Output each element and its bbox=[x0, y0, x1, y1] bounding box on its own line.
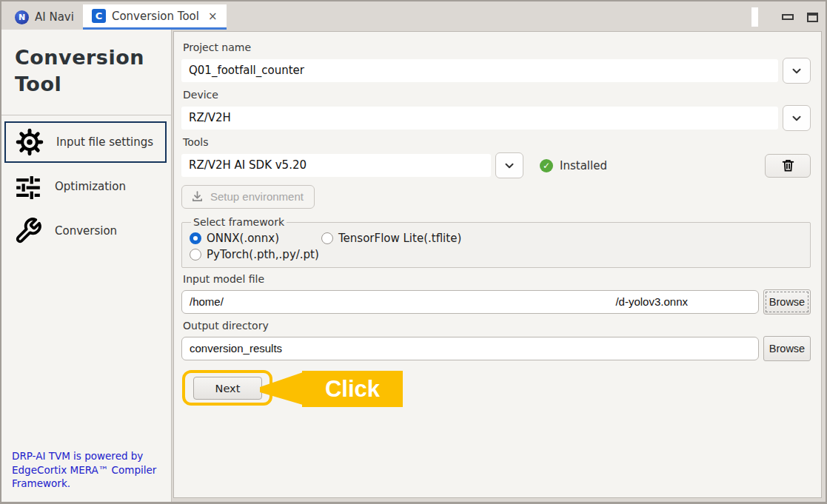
radio-button-icon[interactable] bbox=[190, 249, 201, 261]
radio-onnx[interactable]: ONNX(.onnx) bbox=[190, 232, 321, 245]
project-name-label: Project name bbox=[183, 41, 811, 53]
maximize-icon[interactable] bbox=[807, 13, 818, 22]
radio-tensorflow-lite[interactable]: TensorFlow Lite(.tflite) bbox=[321, 232, 461, 245]
callout-pointer bbox=[260, 372, 303, 406]
device-label: Device bbox=[183, 89, 811, 101]
next-zone: Next Click bbox=[181, 367, 811, 409]
conversion-tool-icon: C bbox=[92, 9, 106, 23]
tab-ai-navi-label: AI Navi bbox=[35, 10, 74, 24]
drp-ai-footer-note: DRP-AI TVM is powered by EdgeCortix MERA… bbox=[1, 442, 171, 502]
sidebar: Conversion Tool Input fil bbox=[1, 30, 172, 502]
setup-environment-button[interactable]: Setup environment bbox=[181, 185, 315, 209]
chevron-down-icon bbox=[790, 64, 803, 78]
radio-button-icon[interactable] bbox=[321, 232, 333, 244]
sidebar-item-conversion[interactable]: Conversion bbox=[4, 210, 167, 252]
tab-ai-navi[interactable]: N AI Navi bbox=[6, 4, 83, 30]
chevron-down-icon bbox=[790, 112, 803, 125]
setup-environment-label: Setup environment bbox=[210, 190, 304, 203]
tab-conversion-tool[interactable]: C Conversion Tool × bbox=[83, 4, 227, 30]
app-window: N AI Navi C Conversion Tool × Conversion… bbox=[0, 0, 827, 504]
check-circle-icon: ✓ bbox=[540, 159, 553, 172]
main-panel: Project name Q01_footfall_counter Device… bbox=[173, 31, 822, 498]
input-model-file-label: Input model file bbox=[183, 273, 811, 285]
chevron-down-icon bbox=[503, 159, 516, 172]
close-icon[interactable]: × bbox=[208, 10, 218, 23]
click-annotation: Click bbox=[302, 371, 403, 407]
radio-button-icon[interactable] bbox=[190, 232, 201, 244]
input-model-file-field[interactable]: /home/ /d-yolov3.onnx bbox=[181, 290, 759, 314]
device-field[interactable]: RZ/V2H bbox=[181, 107, 778, 130]
project-name-field[interactable]: Q01_footfall_counter bbox=[181, 59, 778, 82]
browse-model-button[interactable]: Browse bbox=[763, 289, 811, 315]
device-dropdown-button[interactable] bbox=[783, 105, 811, 131]
tools-label: Tools bbox=[183, 136, 811, 148]
sidebar-item-label: Input file settings bbox=[56, 135, 153, 149]
sidebar-item-optimization[interactable]: Optimization bbox=[4, 166, 167, 207]
framework-group: Select framework ONNX(.onnx) TensorFlow … bbox=[181, 216, 811, 268]
input-model-file-name: /d-yolov3.onnx bbox=[615, 295, 688, 308]
page-title: Conversion Tool bbox=[1, 30, 171, 103]
input-model-path-prefix: /home/ bbox=[190, 295, 224, 308]
radio-pytorch[interactable]: PyTorch(.pth,.py/.pt) bbox=[190, 248, 321, 261]
tab-bar: N AI Navi C Conversion Tool × bbox=[1, 1, 826, 30]
download-icon bbox=[191, 190, 204, 203]
sidebar-item-label: Conversion bbox=[55, 224, 117, 238]
output-directory-field[interactable]: conversion_results bbox=[181, 337, 759, 360]
toolbar-strip bbox=[751, 7, 758, 27]
output-directory-value: conversion_results bbox=[190, 342, 282, 355]
radio-tensorflow-lite-label: TensorFlow Lite(.tflite) bbox=[338, 232, 461, 245]
trash-icon bbox=[781, 158, 795, 172]
window-controls bbox=[751, 7, 818, 27]
divider bbox=[1, 115, 171, 115]
radio-pytorch-label: PyTorch(.pth,.py/.pt) bbox=[207, 248, 319, 261]
minimize-icon[interactable] bbox=[782, 14, 794, 20]
installed-label: Installed bbox=[560, 159, 607, 172]
wrench-icon bbox=[12, 217, 44, 245]
framework-legend: Select framework bbox=[191, 216, 287, 228]
project-name-dropdown-button[interactable] bbox=[783, 58, 811, 84]
browse-output-button[interactable]: Browse bbox=[763, 336, 811, 361]
install-status: ✓ Installed bbox=[540, 159, 607, 172]
tools-dropdown-button[interactable] bbox=[495, 152, 523, 178]
radio-onnx-label: ONNX(.onnx) bbox=[207, 232, 279, 245]
sidebar-item-label: Optimization bbox=[55, 180, 126, 193]
delete-tool-button[interactable] bbox=[765, 154, 811, 178]
ai-navi-icon: N bbox=[15, 10, 29, 24]
tab-conversion-tool-label: Conversion Tool bbox=[112, 10, 199, 23]
gear-icon bbox=[13, 128, 46, 156]
next-button[interactable]: Next bbox=[193, 377, 262, 400]
sidebar-item-input-file-settings[interactable]: Input file settings bbox=[4, 121, 167, 163]
tools-field[interactable]: RZ/V2H AI SDK v5.20 bbox=[181, 154, 491, 177]
sliders-icon bbox=[12, 172, 44, 201]
output-directory-label: Output directory bbox=[183, 320, 811, 332]
